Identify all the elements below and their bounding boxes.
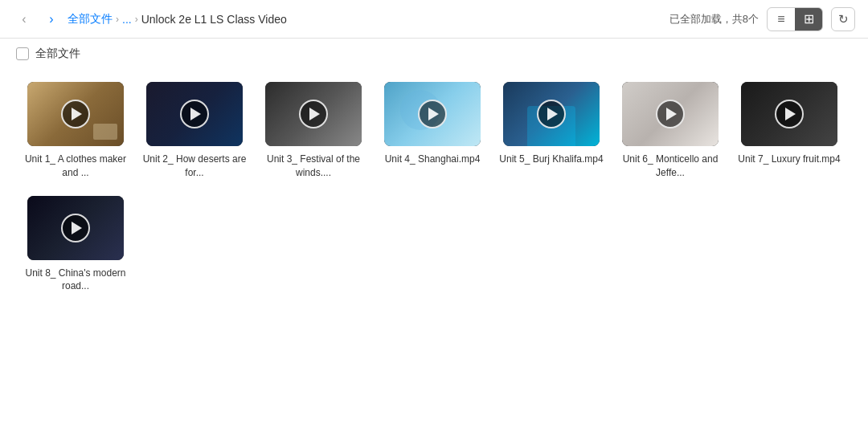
- list-icon: ≡: [777, 12, 784, 26]
- file-name-1: Unit 1_ A clothes maker and ...: [23, 153, 129, 180]
- thumbnail-6: [622, 82, 719, 146]
- forward-button[interactable]: ›: [40, 8, 63, 31]
- select-all-label: 全部文件: [35, 47, 80, 61]
- refresh-button[interactable]: ↻: [831, 7, 855, 31]
- play-button-2[interactable]: [180, 100, 209, 128]
- file-item-3[interactable]: Unit 3_ Festival of the winds....: [254, 74, 373, 188]
- breadcrumb: 全部文件 › ... › Unlock 2e L1 LS Class Video: [68, 12, 287, 26]
- file-item-5[interactable]: Unit 5_ Burj Khalifa.mp4: [492, 74, 611, 188]
- file-grid: Unit 1_ A clothes maker and ...Unit 2_ H…: [0, 66, 868, 309]
- file-name-5: Unit 5_ Burj Khalifa.mp4: [499, 153, 603, 166]
- toolbar-right: 已全部加载，共8个 ≡ ⊞ ↻: [669, 7, 855, 31]
- toolbar: ‹ › 全部文件 › ... › Unlock 2e L1 LS Class V…: [0, 0, 868, 39]
- play-button-7[interactable]: [775, 100, 804, 128]
- file-item-6[interactable]: Unit 6_ Monticello and Jeffe...: [611, 74, 730, 188]
- breadcrumb-root[interactable]: 全部文件: [68, 12, 113, 26]
- file-item-8[interactable]: Unit 8_ China's modern road...: [16, 188, 135, 302]
- play-icon-7: [785, 108, 796, 120]
- file-name-3: Unit 3_ Festival of the winds....: [260, 153, 366, 180]
- back-icon: ‹: [22, 12, 26, 26]
- thumbnail-3: [265, 82, 362, 146]
- play-button-1[interactable]: [61, 100, 90, 128]
- list-view-button[interactable]: ≡: [768, 8, 795, 31]
- back-button[interactable]: ‹: [13, 8, 35, 31]
- breadcrumb-current: Unlock 2e L1 LS Class Video: [141, 13, 287, 26]
- play-icon-5: [547, 108, 558, 120]
- play-icon-2: [190, 108, 201, 120]
- file-name-7: Unit 7_ Luxury fruit.mp4: [738, 153, 840, 166]
- breadcrumb-sep-1: ›: [116, 14, 119, 25]
- status-text: 已全部加载，共8个: [669, 12, 759, 26]
- thumbnail-2: [146, 82, 243, 146]
- thumbnail-1: [27, 82, 124, 146]
- refresh-icon: ↻: [838, 12, 849, 26]
- file-item-7[interactable]: Unit 7_ Luxury fruit.mp4: [730, 74, 849, 188]
- view-toggle: ≡ ⊞: [767, 7, 823, 31]
- file-name-8: Unit 8_ China's modern road...: [23, 267, 129, 294]
- play-button-3[interactable]: [299, 100, 328, 128]
- play-icon-1: [72, 108, 82, 120]
- select-all-row: 全部文件: [0, 39, 868, 66]
- select-all-checkbox[interactable]: [16, 47, 29, 60]
- thumbnail-7: [741, 82, 837, 146]
- play-button-6[interactable]: [656, 100, 685, 128]
- thumbnail-8: [27, 196, 124, 260]
- thumbnail-4: [384, 82, 481, 146]
- file-item-4[interactable]: Unit 4_ Shanghai.mp4: [373, 74, 492, 188]
- play-button-5[interactable]: [537, 100, 566, 128]
- breadcrumb-ellipsis[interactable]: ...: [122, 13, 132, 26]
- file-item-2[interactable]: Unit 2_ How deserts are for...: [135, 74, 254, 188]
- grid-view-button[interactable]: ⊞: [795, 8, 822, 31]
- file-name-6: Unit 6_ Monticello and Jeffe...: [617, 153, 723, 180]
- grid-icon: ⊞: [804, 11, 814, 26]
- play-button-8[interactable]: [61, 214, 90, 242]
- toolbar-left: ‹ › 全部文件 › ... › Unlock 2e L1 LS Class V…: [13, 8, 287, 31]
- file-name-2: Unit 2_ How deserts are for...: [141, 153, 248, 180]
- file-item-1[interactable]: Unit 1_ A clothes maker and ...: [16, 74, 135, 188]
- forward-icon: ›: [49, 12, 53, 26]
- play-icon-6: [666, 108, 677, 120]
- play-icon-4: [428, 108, 439, 120]
- file-name-4: Unit 4_ Shanghai.mp4: [385, 153, 481, 166]
- play-button-4[interactable]: [418, 100, 447, 128]
- breadcrumb-sep-2: ›: [135, 14, 138, 25]
- play-icon-8: [72, 222, 82, 234]
- thumbnail-5: [503, 82, 600, 146]
- play-icon-3: [309, 108, 320, 120]
